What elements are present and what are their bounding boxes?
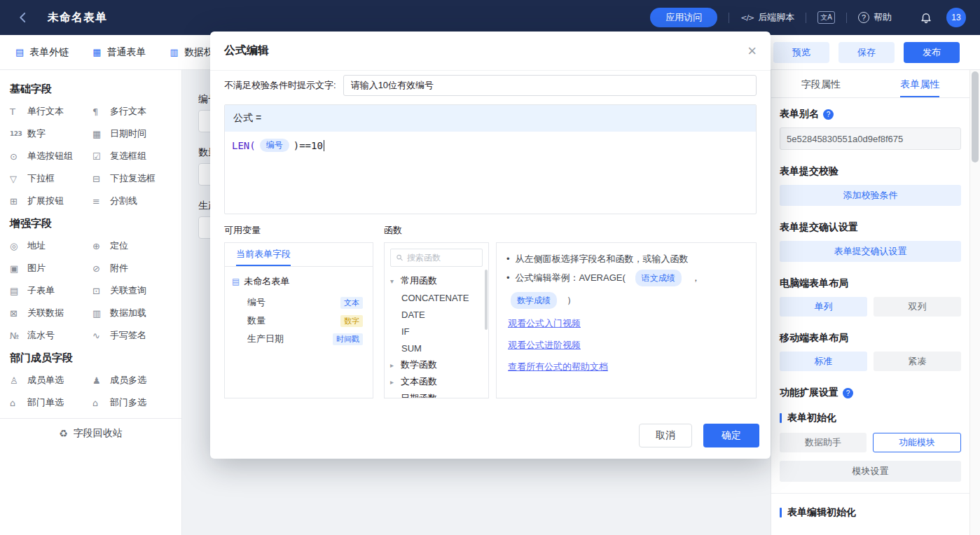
module-settings-button[interactable]: 模块设置 (780, 461, 961, 482)
variable-item-number[interactable]: 编号 文本 (230, 293, 367, 312)
scrollbar-thumb[interactable] (972, 71, 979, 162)
formula-code-area[interactable]: LEN( 编号 )==10 (225, 132, 756, 159)
field-serial-number[interactable]: №流水号 (10, 324, 92, 347)
variable-item-production-date[interactable]: 生产日期 时间戳 (230, 330, 367, 348)
preview-button[interactable]: 预览 (773, 42, 829, 63)
field-dept-multi[interactable]: ⌂部门多选 (92, 391, 173, 414)
text-cursor (324, 140, 324, 151)
formula-edit-dialog: 公式编辑 × 不满足校验条件时提示文字: 公式 = LEN( 编号 )==10 … (210, 32, 771, 459)
pc-layout-single-button[interactable]: 单列 (780, 297, 867, 317)
variable-item-quantity[interactable]: 数量 数字 (230, 312, 367, 330)
field-linked-data[interactable]: ⊠关联数据 (10, 302, 92, 324)
close-icon[interactable]: × (747, 43, 757, 59)
field-multi-select[interactable]: ⊟下拉复选框 (92, 167, 173, 190)
field-signature[interactable]: ∿手写签名 (92, 324, 173, 347)
mobile-layout-title: 移动端表单布局 (780, 332, 848, 345)
add-validation-button[interactable]: 添加校验条件 (780, 185, 961, 206)
function-item-sum[interactable]: SUM (385, 340, 488, 356)
confirm-button[interactable]: 确定 (703, 424, 759, 447)
section-title-basic-fields: 基础字段 (10, 78, 173, 100)
data-assistant-button[interactable]: 数据助手 (780, 433, 867, 452)
field-number[interactable]: 123数字 (10, 123, 92, 145)
question-circle-icon: ? (858, 12, 869, 23)
dialog-title: 公式编辑 (224, 43, 269, 58)
form-alias-input[interactable] (780, 127, 961, 150)
field-member-single[interactable]: ♙成员单选 (10, 369, 92, 391)
tab-form-properties[interactable]: 表单属性 (871, 70, 970, 97)
field-image[interactable]: ▣图片 (10, 257, 92, 279)
submit-confirm-button[interactable]: 表单提交确认设置 (780, 241, 961, 262)
translate-icon[interactable]: 文A (817, 11, 835, 24)
field-location[interactable]: ⊕定位 (92, 235, 173, 257)
formula-variable-chip[interactable]: 编号 (260, 139, 289, 152)
tab-label: 表单外链 (29, 46, 69, 59)
save-button[interactable]: 保存 (838, 42, 895, 63)
location-icon: ⊕ (92, 241, 105, 251)
function-item-concatenate[interactable]: CONCATENATE (385, 289, 488, 306)
tab-data-permission[interactable]: ▥ 数据权 (170, 46, 214, 59)
field-data-load[interactable]: ▥数据加载 (92, 302, 173, 324)
single-text-icon: T (10, 106, 22, 117)
mobile-layout-standard-button[interactable]: 标准 (780, 352, 867, 371)
function-search-input[interactable] (407, 253, 477, 263)
field-label: 关联数据 (27, 307, 64, 319)
tab-normal-form[interactable]: ▦ 普通表单 (92, 46, 146, 59)
field-datetime[interactable]: ▦日期时间 (92, 123, 173, 145)
function-group-date[interactable]: ▸ 日期函数 (385, 390, 488, 398)
pc-layout-double-button[interactable]: 双列 (874, 297, 961, 317)
dept-multi-icon: ⌂ (92, 398, 105, 408)
field-member-multi[interactable]: ♟成员多选 (92, 369, 173, 391)
field-checkbox-group[interactable]: ☑复选框组 (92, 145, 173, 167)
variables-root-node[interactable]: ▤ 未命名表单 (230, 274, 367, 293)
field-lookup[interactable]: ⊡关联查询 (92, 279, 173, 302)
function-search-box[interactable] (390, 249, 483, 267)
dropdown-check-icon: ⊟ (92, 174, 105, 184)
field-recycle-bin[interactable]: ♻ 字段回收站 (0, 418, 181, 447)
field-address[interactable]: ◎地址 (10, 235, 92, 257)
function-group-text[interactable]: ▸ 文本函数 (385, 373, 488, 390)
dept-single-icon: ⌂ (10, 398, 22, 408)
link-intro-video[interactable]: 观看公式入门视频 (508, 317, 746, 330)
field-label: 复选框组 (110, 150, 146, 162)
attachment-icon: ⊘ (92, 263, 105, 274)
field-attachment[interactable]: ⊘附件 (92, 257, 173, 279)
help-badge-icon[interactable]: ? (843, 388, 853, 398)
function-item-date[interactable]: DATE (385, 306, 488, 323)
notification-bell-icon[interactable] (920, 11, 932, 24)
tab-current-form-fields[interactable]: 当前表单字段 (236, 243, 291, 266)
functions-scrollbar-thumb[interactable] (485, 270, 488, 330)
field-radio-group[interactable]: ⊙单选按钮组 (10, 145, 92, 167)
function-group-label: 数学函数 (401, 359, 437, 371)
function-module-button[interactable]: 功能模块 (873, 433, 961, 452)
field-select[interactable]: ▽下拉框 (10, 167, 92, 190)
field-multi-text[interactable]: ¶多行文本 (92, 100, 173, 123)
backend-script-button[interactable]: </> 后端脚本 (740, 11, 794, 24)
tab-external-link[interactable]: ▤ 表单外链 (15, 46, 69, 59)
field-label: 数字 (27, 127, 46, 140)
field-single-text[interactable]: T单行文本 (10, 100, 92, 123)
help-badge-icon[interactable]: ? (823, 109, 834, 120)
function-group-common[interactable]: ▾ 常用函数 (385, 272, 488, 289)
function-item-if[interactable]: IF (385, 323, 488, 340)
function-group-math[interactable]: ▸ 数学函数 (385, 356, 488, 373)
field-extend-button[interactable]: ⊞扩展按钮 (10, 190, 92, 212)
field-dept-single[interactable]: ⌂部门单选 (10, 391, 92, 414)
link-advanced-video[interactable]: 观看公式进阶视频 (508, 339, 746, 352)
help-button[interactable]: ? 帮助 (858, 11, 892, 24)
app-access-button[interactable]: 应用访问 (650, 8, 717, 27)
link-help-docs[interactable]: 查看所有公式的帮助文档 (508, 361, 746, 373)
publish-button[interactable]: 发布 (904, 42, 960, 63)
divider (729, 13, 729, 23)
mobile-layout-compact-button[interactable]: 紧凑 (874, 352, 961, 371)
field-subform[interactable]: ▤子表单 (10, 279, 92, 302)
field-label: 单行文本 (27, 105, 64, 118)
user-avatar[interactable]: 13 (946, 8, 966, 27)
cancel-button[interactable]: 取消 (639, 424, 692, 447)
window-scrollbar[interactable] (969, 70, 980, 535)
back-icon[interactable] (17, 11, 29, 24)
field-divider-line[interactable]: ≡分割线 (92, 190, 173, 212)
validation-hint-input[interactable] (343, 75, 757, 96)
field-sidebar: 基础字段 T单行文本 ¶多行文本 123数字 ▦日期时间 ⊙单选按钮组 ☑复选框… (0, 70, 182, 535)
field-label: 日期时间 (110, 127, 146, 140)
tab-field-properties[interactable]: 字段属性 (771, 70, 871, 97)
